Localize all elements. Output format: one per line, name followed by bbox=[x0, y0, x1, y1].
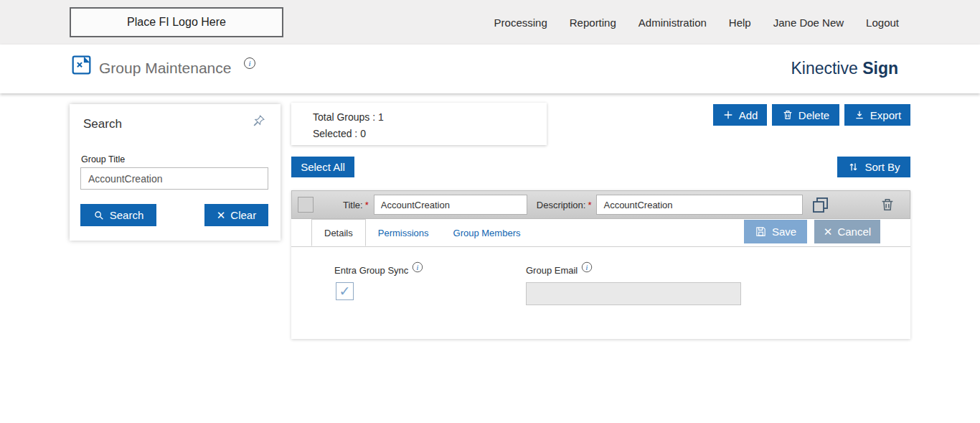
group-email-input bbox=[526, 282, 741, 305]
cancel-button[interactable]: ✕ Cancel bbox=[814, 220, 880, 243]
brand-regular: Kinective bbox=[791, 59, 857, 78]
nav-processing[interactable]: Processing bbox=[494, 17, 547, 29]
sort-by-label: Sort By bbox=[864, 161, 900, 173]
group-edit-row: Title:* Description:* bbox=[291, 190, 910, 219]
search-icon bbox=[93, 210, 105, 221]
groups-summary: Total Groups : 1 Selected : 0 bbox=[291, 103, 547, 145]
group-maintenance-icon bbox=[72, 55, 91, 75]
group-tabs: Details Permissions Group Members Save ✕… bbox=[291, 219, 910, 247]
nav-administration[interactable]: Administration bbox=[639, 17, 707, 29]
select-all-button[interactable]: Select All bbox=[291, 157, 354, 177]
entra-info-icon[interactable]: i bbox=[413, 262, 423, 272]
copy-icon[interactable] bbox=[811, 195, 830, 215]
export-button-label: Export bbox=[870, 109, 901, 121]
group-title-label: Group Title bbox=[81, 154, 125, 164]
nav-logout[interactable]: Logout bbox=[866, 17, 899, 29]
row-trash-icon[interactable] bbox=[880, 196, 895, 213]
group-toolbar: Add Delete Export bbox=[713, 104, 910, 126]
description-field-label: Description:* bbox=[537, 200, 592, 210]
brand-logo: Kinective Sign bbox=[791, 59, 898, 78]
search-panel-title: Search bbox=[83, 117, 122, 131]
save-floppy-icon bbox=[755, 226, 767, 238]
fi-logo-text: Place FI Logo Here bbox=[127, 16, 226, 29]
details-tab-content: Entra Group Sync i ✓ Group Email i bbox=[291, 247, 910, 339]
clear-x-icon: ✕ bbox=[217, 209, 226, 222]
group-email-text: Group Email bbox=[526, 265, 578, 276]
selected-count-text: Selected : 0 bbox=[313, 126, 547, 142]
delete-button[interactable]: Delete bbox=[772, 104, 839, 126]
title-required-marker: * bbox=[365, 200, 369, 210]
checkmark-icon: ✓ bbox=[339, 283, 351, 299]
search-button[interactable]: Search bbox=[80, 204, 156, 226]
select-all-label: Select All bbox=[301, 161, 345, 173]
fi-logo-placeholder: Place FI Logo Here bbox=[70, 7, 283, 37]
nav-user-name[interactable]: Jane Doe New bbox=[773, 17, 844, 29]
nav-help[interactable]: Help bbox=[729, 17, 751, 29]
top-navigation: Processing Reporting Administration Help… bbox=[494, 0, 899, 45]
cancel-x-icon: ✕ bbox=[824, 226, 833, 238]
group-email-label: Group Email i bbox=[526, 264, 593, 276]
total-groups-text: Total Groups : 1 bbox=[313, 109, 547, 126]
add-button-label: Add bbox=[739, 109, 758, 121]
description-label-text: Description: bbox=[537, 200, 586, 210]
description-required-marker: * bbox=[588, 200, 591, 210]
title-field-label: Title:* bbox=[343, 200, 369, 210]
sort-icon bbox=[847, 161, 859, 173]
page-title: Group Maintenance bbox=[99, 60, 231, 77]
tab-details[interactable]: Details bbox=[311, 219, 366, 246]
group-description-edit-input[interactable] bbox=[596, 195, 803, 215]
sort-by-button[interactable]: Sort By bbox=[837, 157, 910, 177]
nav-reporting[interactable]: Reporting bbox=[570, 17, 616, 29]
clear-button[interactable]: ✕ Clear bbox=[204, 204, 268, 226]
search-panel: Search Group Title Search ✕ Clear bbox=[70, 104, 281, 241]
clear-button-label: Clear bbox=[230, 209, 256, 221]
pin-icon[interactable] bbox=[251, 113, 266, 129]
top-bar: Place FI Logo Here Processing Reporting … bbox=[0, 0, 980, 45]
group-title-edit-input[interactable] bbox=[374, 195, 527, 215]
group-panel: Title:* Description:* Details Permission… bbox=[291, 190, 910, 339]
group-row-checkbox[interactable] bbox=[298, 197, 314, 213]
tab-permissions[interactable]: Permissions bbox=[366, 219, 441, 246]
search-button-label: Search bbox=[110, 209, 144, 221]
tab-group-members[interactable]: Group Members bbox=[441, 219, 533, 246]
entra-group-sync-label: Entra Group Sync i bbox=[334, 264, 423, 276]
group-title-input[interactable] bbox=[80, 167, 268, 190]
save-button[interactable]: Save bbox=[744, 220, 807, 243]
download-icon bbox=[854, 109, 865, 121]
entra-group-sync-checkbox[interactable]: ✓ bbox=[336, 282, 354, 300]
export-button[interactable]: Export bbox=[844, 104, 910, 126]
add-button[interactable]: Add bbox=[713, 104, 767, 126]
cancel-button-label: Cancel bbox=[837, 226, 871, 238]
entra-group-sync-text: Entra Group Sync bbox=[334, 265, 408, 276]
page-header: Group Maintenance i Kinective Sign bbox=[0, 45, 980, 93]
trash-icon bbox=[782, 109, 793, 121]
group-email-info-icon[interactable]: i bbox=[582, 262, 592, 272]
delete-button-label: Delete bbox=[798, 109, 829, 121]
title-label-text: Title: bbox=[343, 200, 363, 210]
save-button-label: Save bbox=[772, 226, 796, 238]
brand-bold: Sign bbox=[862, 59, 898, 78]
page-title-info-icon[interactable]: i bbox=[244, 57, 255, 69]
plus-icon bbox=[722, 109, 734, 121]
